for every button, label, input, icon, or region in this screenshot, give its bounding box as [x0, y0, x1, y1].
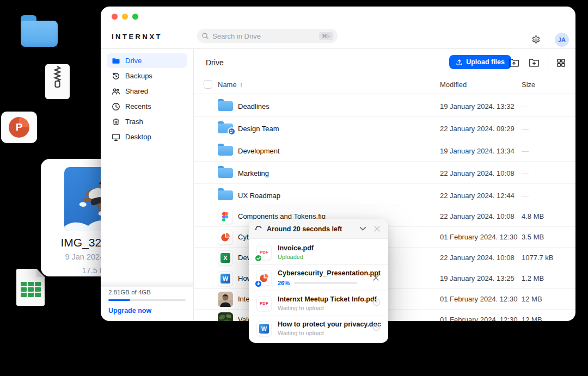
monitor-icon [112, 133, 120, 141]
column-header-size[interactable]: Size [522, 81, 535, 89]
grid-view-button[interactable] [555, 57, 567, 69]
keyboard-shortcut-badge: ⌘F [319, 32, 333, 40]
modified-date: 22 January 2024. 12:44 [440, 192, 514, 200]
file-size-cell: 1077.7 kB [522, 254, 554, 262]
table-row-marketing[interactable]: Marketing 22 January 2024. 10:08 — [194, 163, 575, 184]
photo-thumbnail-portrait [218, 292, 233, 307]
upload-files-label: Upload files [466, 58, 505, 66]
upgrade-link[interactable]: Upgrade now [108, 307, 186, 315]
table-row-ux-roadmap[interactable]: UX Roadmap 22 January 2024. 12:44 — [194, 186, 575, 206]
upload-item-meetup-ticket: PDF Internxt Meetup Ticket Info.pdf Wait… [249, 291, 388, 316]
progress-bar [294, 282, 357, 284]
window-header: INTERNXT ⌘F JA [101, 7, 575, 49]
waiting-clock-icon [372, 323, 381, 334]
upload-eta: Around 20 seconds left [267, 225, 353, 233]
search-input[interactable] [212, 32, 316, 40]
file-name: UX Roadmap [238, 192, 280, 200]
waiting-clock-icon [372, 298, 381, 309]
collapse-chevron-icon[interactable] [358, 225, 367, 232]
sidebar-item-drive[interactable]: Drive [107, 53, 187, 68]
close-window-button[interactable] [112, 14, 118, 20]
table-row-design-team[interactable]: Design Team 22 January 2024. 09:29 — [194, 119, 575, 139]
column-header-name[interactable]: Name↑ [218, 81, 243, 89]
file-name: Deadlines [238, 102, 270, 110]
file-size-cell: 12 MB [522, 295, 542, 303]
cancel-upload-icon[interactable] [371, 273, 381, 282]
sidebar: Drive Backups [101, 49, 194, 321]
close-popup-icon[interactable] [372, 224, 382, 233]
table-row-deadlines[interactable]: Deadlines 19 January 2024. 13:32 — [194, 96, 575, 117]
file-name: Marketing [238, 169, 269, 177]
storage-usage: 2.81GB of 4GB [108, 289, 186, 295]
modified-date: 01 February 2024. 12:30 [440, 233, 517, 241]
sidebar-item-recents[interactable]: Recents [107, 99, 187, 114]
backup-history-icon [112, 72, 120, 81]
sidebar-item-desktop[interactable]: Desktop [107, 130, 187, 144]
toolbar-icons [507, 57, 567, 69]
modified-date: 22 January 2024. 10:08 [440, 212, 514, 220]
pdf-file-icon: PDF [256, 245, 272, 260]
storage-section: 2.81GB of 4GB Upgrade now [108, 289, 186, 315]
uploaded-check-icon [254, 254, 262, 262]
figma-file-icon [218, 209, 233, 224]
desktop-background: P [0, 0, 588, 376]
maximize-window-button[interactable] [132, 14, 138, 20]
powerpoint-file-icon [256, 270, 272, 286]
sidebar-item-trash[interactable]: Trash [107, 114, 187, 129]
zip-file-icon [45, 64, 70, 99]
file-name: Development [238, 147, 280, 155]
sidebar-item-backups[interactable]: Backups [107, 69, 187, 83]
folder-icon [218, 99, 233, 111]
clock-icon [112, 102, 120, 111]
modified-date: 01 February 2024. 12:30 [440, 316, 517, 321]
sort-ascending-icon: ↑ [240, 81, 243, 89]
modified-date: 22 January 2024. 10:08 [440, 169, 514, 177]
pdf-file-icon: PDF [256, 296, 272, 311]
powerpoint-file-icon [218, 230, 233, 245]
column-header-modified[interactable]: Modified [440, 81, 467, 89]
folder-icon [218, 166, 233, 178]
upload-spinner-icon [254, 225, 263, 233]
sidebar-item-label: Desktop [125, 133, 151, 141]
file-name: Inte [238, 295, 250, 303]
user-avatar[interactable]: JA [555, 33, 569, 47]
upload-files-button[interactable]: Upload files [449, 55, 511, 69]
upload-file-name: How to protect your privacy.doc [278, 320, 366, 328]
folder-icon [112, 57, 120, 65]
powerpoint-logo: P [9, 117, 29, 138]
shared-badge-icon [228, 127, 236, 135]
upload-item-cybersecurity: Cybersecurity_Presentation.ppt 26% [249, 264, 388, 291]
modified-date: 01 February 2024. 12:30 [440, 295, 517, 303]
sidebar-item-label: Trash [125, 118, 143, 126]
settings-gear-icon[interactable] [531, 35, 542, 46]
file-size-cell: — [522, 147, 529, 155]
minimize-window-button[interactable] [122, 14, 128, 20]
file-size-cell: 12 MB [522, 316, 542, 321]
upload-file-name: Invoice.pdf [278, 244, 381, 252]
upload-popup-header: Around 20 seconds left [249, 219, 388, 239]
sidebar-item-label: Drive [125, 57, 142, 65]
modified-date: 22 January 2024. 10:08 [440, 254, 514, 262]
file-name: Design Team [238, 125, 279, 133]
toolbar-divider [548, 57, 548, 68]
file-size-cell: 3.5 MB [522, 233, 544, 241]
zipper-icon [45, 64, 70, 99]
sidebar-item-label: Recents [125, 102, 151, 110]
modified-date: 22 January 2024. 09:29 [440, 125, 514, 133]
upload-progress-popup: Around 20 seconds left PDF Invoice.pdf U… [249, 219, 388, 343]
sidebar-item-label: Backups [125, 72, 152, 80]
sidebar-item-shared[interactable]: Shared [107, 84, 187, 98]
select-all-checkbox[interactable] [204, 80, 212, 89]
page-title: Drive [206, 58, 224, 67]
upload-folder-button[interactable] [507, 57, 520, 69]
upload-file-name: Cybersecurity_Presentation.ppt [278, 269, 365, 277]
upload-icon [456, 59, 463, 66]
file-size-cell: 1.2 MB [522, 274, 544, 282]
progress-percent: 26% [278, 280, 290, 286]
new-folder-button[interactable] [528, 57, 541, 69]
table-row-development[interactable]: Development 19 January 2024. 13:34 — [194, 141, 575, 162]
sidebar-item-label: Shared [125, 87, 148, 95]
folder-icon [218, 188, 233, 200]
search-bar[interactable]: ⌘F [197, 29, 338, 43]
file-size-cell: — [522, 125, 529, 133]
